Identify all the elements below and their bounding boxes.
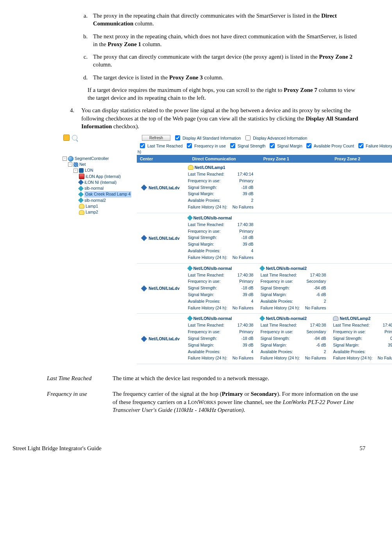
lamp-icon: [333, 316, 338, 321]
diamond-icon: [78, 192, 84, 197]
def-term-freq: Frequency in use: [47, 390, 113, 414]
device-zone: Net/LON/Lamp1Last Time Reached:17:40:14F…: [185, 163, 258, 213]
lamp-icon: [188, 165, 193, 170]
cb-sig-strength[interactable]: Signal Strength: [229, 144, 266, 148]
cb-last-time[interactable]: Last Time Reached: [138, 144, 183, 148]
list-item-4: You can display statistics related to th…: [76, 106, 361, 130]
device-zone: Net/LON/Lamp2Last Time Reached:17:40:15F…: [330, 314, 392, 364]
diamond-icon: [141, 286, 147, 292]
lamp-icon: [79, 210, 84, 215]
footer-title: Street Light Bridge Integrator's Guide: [13, 445, 102, 452]
web-screenshot: Refresh Display All Standard Information…: [63, 134, 392, 364]
diamond-icon: [187, 215, 193, 221]
center-cell: Net/LON/LtaLdv: [137, 314, 185, 364]
device-zone: Net/LON/slb-normalLast Time Reached:17:4…: [185, 314, 258, 364]
cb-display-std[interactable]: Display All Standard Information: [174, 134, 241, 142]
device-zone: Net/LON/slb-normal2Last Time Reached:17:…: [257, 314, 330, 364]
center-cell: Net/LON/LtaLdv: [137, 213, 185, 263]
search-icon[interactable]: [72, 135, 77, 140]
diamond-icon: [187, 265, 193, 271]
grid-row: Net/LON/LtaLdv Net/LON/Lamp1Last Time Re…: [137, 163, 392, 213]
nav-tree[interactable]: -SegmentController -Net -LON iLON App (I…: [63, 155, 137, 364]
app-icon: [79, 174, 84, 179]
footer-page: 57: [360, 445, 365, 452]
diamond-icon: [141, 336, 147, 342]
lon-icon: [79, 168, 84, 173]
globe-icon: [68, 156, 73, 162]
list-item-c: The proxy that can directly communicate …: [89, 53, 361, 69]
para-hops: If a target device requires the maximum …: [88, 86, 361, 102]
center-cell: Net/LON/LtaLdv: [137, 264, 185, 314]
list-item-b: The next proxy in the repeating chain, w…: [89, 32, 361, 48]
def-body-ltr: The time at which the device last respon…: [113, 374, 361, 382]
device-zone: Net/LON/slb-normalLast Time Reached:17:4…: [185, 264, 258, 314]
device-zone: Net/LON/slb-normalLast Time Reached:17:4…: [185, 213, 258, 263]
cb-freq[interactable]: Frequency in use: [185, 144, 226, 148]
list-item-d: The target device is listed in the Proxy…: [89, 74, 361, 81]
cb-sig-margin[interactable]: Signal Margin: [268, 144, 302, 148]
device-zone: Net/LON/slb-normal2Last Time Reached:17:…: [257, 264, 330, 314]
diamond-icon: [260, 265, 265, 271]
diamond-icon: [141, 235, 147, 241]
grid-row: Net/LON/LtaLdv Net/LON/slb-normalLast Ti…: [137, 213, 392, 264]
list-item-a: The proxy in the repeating chain that di…: [89, 12, 361, 28]
cb-display-adv[interactable]: Display Advanced Information: [244, 134, 307, 142]
checkbox-row: Last Time Reached Frequency in use Signa…: [63, 141, 392, 155]
grid-header: Center Direct Communication Proxy Zone 1…: [137, 155, 392, 163]
diamond-icon: [78, 186, 84, 191]
center-cell: Net/LON/LtaLdv: [137, 163, 185, 213]
nav-icon[interactable]: [63, 135, 70, 141]
diamond-icon: [141, 185, 147, 191]
net-icon: [73, 162, 78, 167]
lamp-icon: [79, 204, 84, 208]
diamond-icon: [78, 180, 84, 185]
def-term-ltr: Last Time Reached: [47, 374, 113, 382]
diamond-icon: [78, 198, 84, 203]
diamond-icon: [260, 316, 265, 321]
def-body-freq: The frequency carrier of the signal at t…: [113, 390, 361, 414]
cb-avail-proxy[interactable]: Available Proxy Count: [305, 144, 354, 148]
grid-row: Net/LON/LtaLdv Net/LON/slb-normalLast Ti…: [137, 264, 392, 314]
grid-row: Net/LON/LtaLdv Net/LON/slb-normalLast Ti…: [137, 314, 392, 364]
diamond-icon: [187, 316, 193, 321]
refresh-button[interactable]: Refresh: [142, 135, 170, 141]
